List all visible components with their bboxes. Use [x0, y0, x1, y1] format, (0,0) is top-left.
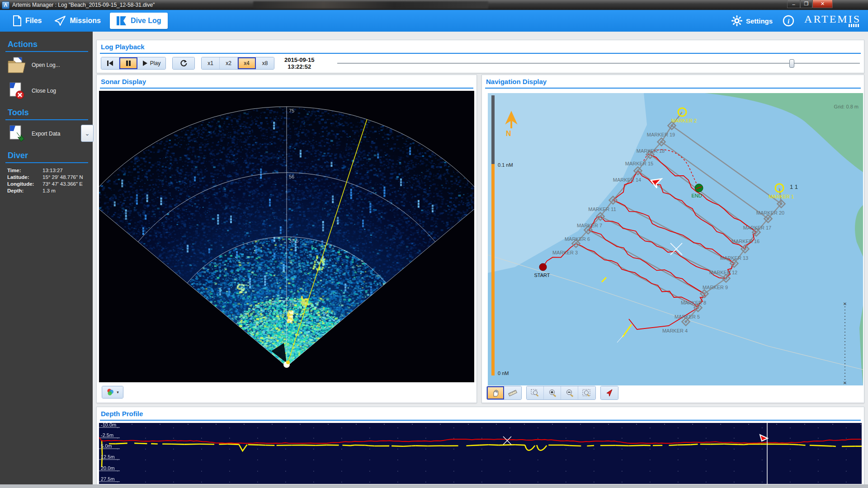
- sonar-canvas-area[interactable]: 755637.519: [99, 91, 474, 382]
- map-marker-label: MARKER 17: [743, 225, 771, 230]
- palette-icon: [106, 388, 114, 396]
- map-marker-label: MARKER 20: [756, 210, 784, 216]
- tab-missions-label: Missions: [70, 17, 100, 25]
- pause-icon: [126, 60, 131, 66]
- palette-button[interactable]: ▾: [102, 386, 123, 398]
- minimize-button[interactable]: –: [787, 0, 800, 8]
- sonar-range-label: 75: [289, 108, 294, 113]
- skip-to-start-button[interactable]: [101, 57, 119, 69]
- window-bottom-edge: [0, 484, 868, 488]
- app-icon: Λ: [2, 1, 9, 9]
- close-button[interactable]: ✕: [812, 0, 833, 8]
- diver-depth-label: Depth:: [7, 188, 42, 193]
- zoom-out-button[interactable]: [561, 386, 578, 399]
- map-marker-label: MARKER 6: [565, 236, 590, 242]
- map-canvas-area[interactable]: MARKER 19MARKER 18MARKER 15MARKER 14MARK…: [488, 93, 863, 385]
- divider: [100, 53, 861, 54]
- map-marker-label: MARKER 14: [613, 177, 641, 183]
- map-scalebar-lower[interactable]: [491, 164, 495, 375]
- open-log-label: Open Log...: [32, 62, 60, 68]
- playback-date: 2015-09-15: [284, 56, 315, 63]
- map-marker-label: MARKER 7: [577, 223, 602, 228]
- window-title: Artemis Manager : Log "Beach_2015-09-15_…: [12, 2, 155, 8]
- play-icon: [142, 60, 148, 66]
- pause-button[interactable]: [119, 57, 137, 69]
- map-dotted-line-end: ✕: [843, 380, 847, 385]
- depth-axis-label: 5.0m: [101, 443, 112, 449]
- playback-datetime: 2015-09-15 13:22:52: [284, 56, 315, 70]
- loop-button[interactable]: [173, 57, 194, 69]
- scalebar-top-label: 0.1 nM: [498, 162, 513, 168]
- pan-tool-button[interactable]: [487, 386, 504, 399]
- divider: [5, 51, 88, 52]
- map-buoy-cross: +: [681, 110, 683, 115]
- close-log-label: Close Log: [32, 88, 56, 94]
- map-marker-label: MARKER 2: [671, 118, 697, 123]
- timeline-slider-thumb[interactable]: [789, 59, 794, 68]
- map-marker-label: MARKER 15: [625, 161, 653, 166]
- zoom-fit-button[interactable]: [578, 386, 595, 399]
- depth-chart-area[interactable]: -10.0m-2.5m5.0m12.5m20.0m27.5m: [99, 423, 862, 484]
- speed-x4-button[interactable]: x4: [238, 57, 256, 69]
- map-marker-label: MARKER 11: [588, 206, 616, 212]
- svg-text:i: i: [788, 18, 790, 25]
- start-point: [539, 263, 547, 271]
- tools-header: Tools: [8, 108, 93, 117]
- export-options-button[interactable]: ⌄: [81, 125, 94, 142]
- timeline-slider-track[interactable]: [337, 63, 860, 64]
- sonar-display-title: Sonar Display: [101, 78, 476, 85]
- speed-x8-button[interactable]: x8: [256, 57, 274, 69]
- divider: [485, 88, 861, 89]
- play-button[interactable]: Play: [137, 57, 165, 69]
- map-marker-label: MARKER 4: [662, 328, 688, 333]
- diver-latitude-label: Latitude:: [7, 174, 42, 180]
- divider: [100, 88, 473, 89]
- zoom-in-button[interactable]: [544, 386, 561, 399]
- depth-axis-label: 20.0m: [101, 465, 115, 471]
- tab-dive-log[interactable]: Dive Log: [110, 13, 168, 29]
- diver-time-label: Time:: [7, 168, 42, 173]
- depth-profile-title: Depth Profile: [101, 410, 864, 418]
- close-log-button[interactable]: Close Log: [7, 82, 93, 100]
- info-icon[interactable]: i: [783, 15, 794, 27]
- zoom-region-icon: [531, 389, 540, 397]
- diver-longitude-value: 73° 47' 43.366" E: [42, 181, 93, 187]
- speed-x1-button[interactable]: x1: [202, 57, 220, 69]
- log-playback-title: Log Playback: [101, 43, 864, 51]
- window-controls: – ❐ ✕: [787, 0, 833, 8]
- export-data-icon: [7, 125, 26, 143]
- titlebar-watermark: [253, 1, 488, 9]
- sonar-range-label: 56: [289, 174, 294, 179]
- tab-files-label: Files: [25, 17, 42, 25]
- open-log-button[interactable]: Open Log...: [7, 56, 93, 74]
- dive-log-icon: [116, 15, 127, 26]
- pointer-flag-icon: [605, 389, 613, 397]
- tab-dive-log-label: Dive Log: [131, 17, 161, 25]
- measure-tool-button[interactable]: [504, 386, 521, 399]
- zoom-out-icon: [565, 389, 574, 397]
- sonar-range-label: 37.5: [289, 238, 298, 244]
- sonar-image: [99, 91, 474, 382]
- speed-x2-button[interactable]: x2: [220, 57, 238, 69]
- tab-missions[interactable]: Missions: [48, 12, 107, 30]
- map-dotted-line-end: ✕: [843, 301, 847, 306]
- palette-caret-icon: ▾: [117, 390, 119, 394]
- sonar-range-label: 19: [289, 302, 294, 307]
- window-titlebar: Λ Artemis Manager : Log "Beach_2015-09-1…: [0, 0, 868, 10]
- map-marker-label: MARKER 8: [681, 300, 706, 305]
- map-marker-label: MARKER 12: [709, 270, 737, 275]
- depth-axis-label: -2.5m: [101, 432, 113, 438]
- export-data-button[interactable]: Export Data ⌄: [7, 125, 93, 143]
- restore-button[interactable]: ❐: [800, 0, 812, 8]
- follow-diver-button[interactable]: [601, 386, 618, 399]
- north-arrow-label: N: [506, 130, 511, 137]
- tab-files[interactable]: Files: [6, 12, 48, 30]
- zoom-region-button[interactable]: [527, 386, 544, 399]
- playback-time: 13:22:52: [284, 63, 315, 70]
- export-data-label: Export Data: [32, 131, 60, 137]
- diver-longitude-label: Longitude:: [7, 181, 42, 187]
- sidebar: Actions Open Log... Close Log Tools Expo…: [0, 32, 93, 488]
- map-scalebar-upper[interactable]: [491, 95, 495, 164]
- settings-button[interactable]: Settings: [731, 15, 773, 26]
- diver-latitude-value: 15° 29' 48.776" N: [42, 174, 93, 180]
